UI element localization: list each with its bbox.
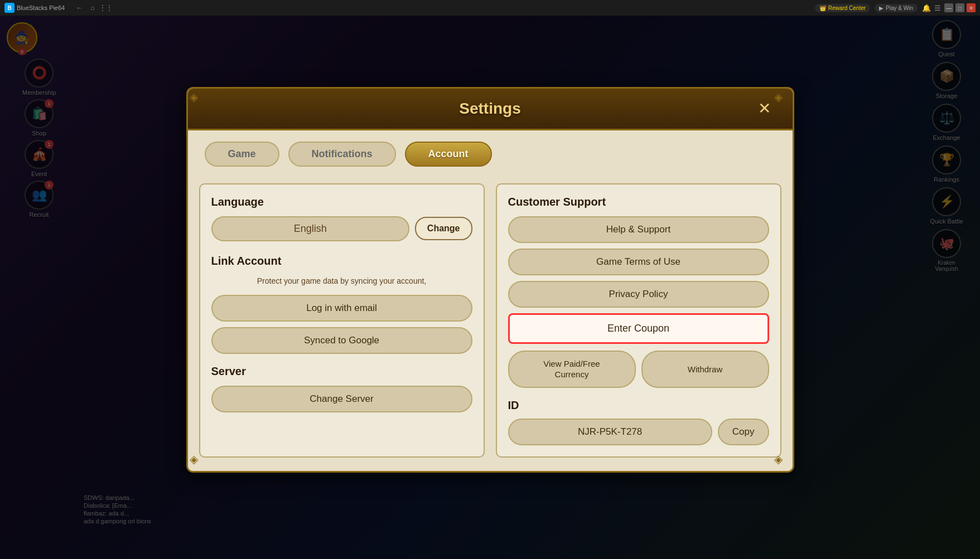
notifications-topbar-icon[interactable]: 🔔 [922,4,931,12]
maximize-btn[interactable]: □ [955,3,964,12]
enter-coupon-button[interactable]: Enter Coupon [508,313,769,344]
play-icon: ▶ [879,5,884,11]
copy-button[interactable]: Copy [718,419,769,445]
tab-notifications[interactable]: Notifications [288,142,396,167]
view-currency-button[interactable]: View Paid/FreeCurrency [508,351,636,388]
close-topbar-btn[interactable]: ✕ [967,3,976,12]
home-btn[interactable]: ⌂ [87,2,98,13]
privacy-policy-button[interactable]: Privacy Policy [508,281,769,308]
play-win-btn[interactable]: ▶ Play & Win [875,4,918,12]
tab-account[interactable]: Account [405,142,492,167]
menu-icon[interactable]: ☰ [934,4,941,12]
server-section: Server Change Server [211,365,472,418]
link-account-description: Protect your game data by syncing your a… [211,275,472,287]
app-logo: B BlueStacks Pie64 [4,3,65,13]
id-value: NJR-P5K-T278 [508,419,712,445]
window-controls: — □ ✕ [944,3,976,12]
reward-center-btn[interactable]: 👑 Reward Center [815,4,870,12]
topbar-icons: 🔔 ☰ — □ ✕ [922,3,976,12]
id-row: NJR-P5K-T278 Copy [508,419,769,445]
change-language-button[interactable]: Change [415,217,472,240]
corner-deco-tl: ◈ [190,90,206,107]
language-display: English [211,216,409,241]
game-terms-button[interactable]: Game Terms of Use [508,249,769,275]
help-support-button[interactable]: Help & Support [508,216,769,243]
corner-deco-tr: ◈ [774,90,791,107]
synced-google-button[interactable]: Synced to Google [211,327,472,354]
app-name: BlueStacks Pie64 [17,4,65,11]
server-section-title: Server [211,365,472,378]
link-account-title: Link Account [211,255,472,268]
topbar: B BlueStacks Pie64 ← ⌂ ⋮⋮ 👑 Reward Cente… [0,0,980,16]
minimize-btn[interactable]: — [944,3,953,12]
withdraw-button[interactable]: Withdraw [641,351,769,388]
back-btn[interactable]: ← [74,2,85,13]
change-server-button[interactable]: Change Server [211,386,472,412]
left-panel: Language English Change Link Account Pro… [199,183,485,458]
right-panel: Customer Support Help & Support Game Ter… [496,183,781,458]
nav-buttons: ← ⌂ ⋮⋮ [74,2,112,13]
reward-icon: 👑 [819,5,826,11]
modal-body: Language English Change Link Account Pro… [188,172,793,471]
login-email-button[interactable]: Log in with email [211,295,472,322]
close-button[interactable]: ✕ [754,98,776,120]
modal-title: Settings [227,100,754,118]
modal-header: Settings ✕ [188,89,793,130]
corner-deco-bl: ◈ [190,453,206,469]
topbar-right: 👑 Reward Center ▶ Play & Win 🔔 ☰ — □ ✕ [815,3,976,12]
id-section-title: ID [508,399,769,412]
customer-support-title: Customer Support [508,196,769,208]
corner-deco-br: ◈ [774,453,791,469]
bottom-buttons-row: View Paid/FreeCurrency Withdraw [508,351,769,388]
modal-overlay: ◈ ◈ ◈ ◈ Settings ✕ Game Notifications Ac… [0,0,980,559]
settings-modal: ◈ ◈ ◈ ◈ Settings ✕ Game Notifications Ac… [186,87,794,473]
apps-btn[interactable]: ⋮⋮ [100,2,112,13]
language-section-title: Language [211,196,472,208]
tabs-row: Game Notifications Account [188,130,793,172]
reward-label: Reward Center [828,5,866,11]
app-icon: B [4,3,15,13]
language-row: English Change [211,216,472,241]
tab-game[interactable]: Game [205,142,279,167]
play-win-label: Play & Win [886,5,913,11]
